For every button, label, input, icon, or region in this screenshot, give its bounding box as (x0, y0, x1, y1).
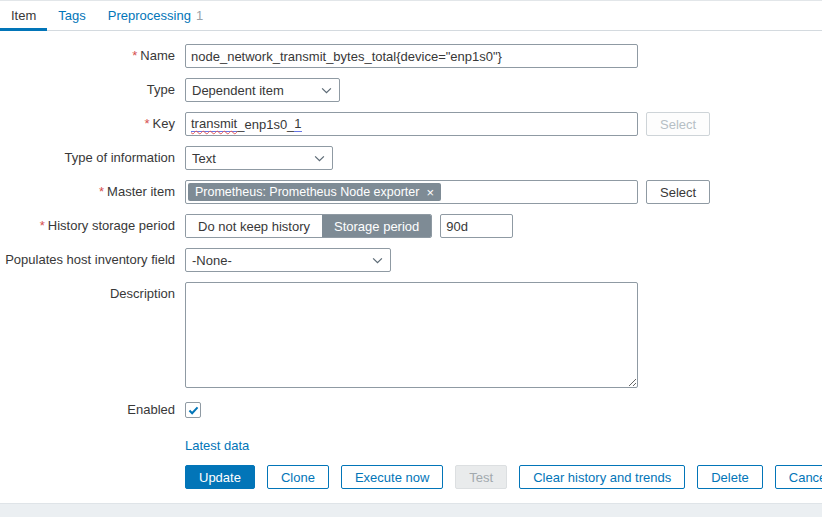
required-asterisk: * (145, 116, 150, 131)
clone-button[interactable]: Clone (267, 465, 329, 489)
type-of-information-row: Type of information Text (0, 146, 822, 170)
type-row: Type Dependent item (0, 78, 822, 102)
tab-item-label: Item (11, 8, 36, 23)
history-period-input[interactable] (440, 214, 513, 238)
required-asterisk: * (99, 184, 104, 199)
delete-button[interactable]: Delete (697, 465, 763, 489)
chevron-down-icon (314, 155, 325, 162)
enabled-row: Enabled (0, 398, 822, 422)
tab-tags-label: Tags (58, 8, 85, 23)
history-mode-segmented-control: Do not keep history Storage period (185, 214, 432, 238)
enabled-label: Enabled (0, 398, 185, 422)
type-of-information-value: Text (192, 151, 216, 166)
type-of-information-label: Type of information (0, 146, 185, 170)
tab-preprocessing[interactable]: Preprocessing 1 (97, 1, 214, 30)
name-label: *Name (0, 44, 185, 68)
latest-data-link[interactable]: Latest data (185, 438, 249, 453)
tab-bar: Item Tags Preprocessing 1 (0, 0, 822, 31)
close-icon[interactable]: × (426, 186, 434, 199)
latest-data-row: Latest data (0, 438, 822, 453)
execute-now-button[interactable]: Execute now (341, 465, 443, 489)
do-not-keep-history-option[interactable]: Do not keep history (186, 215, 322, 237)
tab-tags[interactable]: Tags (47, 1, 96, 30)
key-value-part1: transmit (191, 116, 237, 132)
required-asterisk: * (40, 218, 45, 233)
history-storage-period-row: *History storage period Do not keep hist… (0, 214, 822, 238)
type-of-information-select[interactable]: Text (185, 146, 333, 170)
footer-strip (0, 503, 822, 517)
test-button[interactable]: Test (455, 465, 507, 489)
master-item-multiselect[interactable]: Prometheus: Prometheus Node exporter × (185, 180, 638, 204)
master-item-chip: Prometheus: Prometheus Node exporter × (188, 183, 441, 201)
master-item-select-button[interactable]: Select (646, 180, 710, 204)
description-row: Description (0, 282, 822, 388)
enabled-checkbox[interactable] (185, 402, 201, 418)
host-inventory-select-value: -None- (192, 253, 232, 268)
active-tab-underline (0, 28, 47, 31)
type-label: Type (0, 78, 185, 102)
populates-host-inventory-label: Populates host inventory field (0, 248, 185, 272)
type-select-value: Dependent item (192, 83, 284, 98)
tab-preprocessing-label: Preprocessing (108, 8, 191, 23)
update-button[interactable]: Update (185, 465, 255, 489)
populates-host-inventory-row: Populates host inventory field -None- (0, 248, 822, 272)
key-label: *Key (0, 112, 185, 136)
checkmark-icon (188, 403, 199, 418)
master-item-chip-label: Prometheus: Prometheus Node exporter (195, 185, 419, 199)
type-select[interactable]: Dependent item (185, 78, 340, 102)
description-label: Description (0, 282, 185, 306)
host-inventory-select[interactable]: -None- (185, 248, 391, 272)
tab-item[interactable]: Item (0, 1, 47, 30)
storage-period-option[interactable]: Storage period (322, 215, 431, 237)
required-asterisk: * (132, 48, 137, 63)
key-value-part2: _enp1s0_ (237, 117, 294, 132)
name-row: *Name (0, 44, 822, 68)
chevron-down-icon (321, 87, 332, 94)
master-item-label: *Master item (0, 180, 185, 204)
description-textarea[interactable] (185, 282, 638, 388)
tab-preprocessing-count: 1 (196, 8, 203, 23)
key-row: *Key transmit_enp1s0_1 Select (0, 112, 822, 136)
form-footer-buttons: Update Clone Execute now Test Clear hist… (0, 465, 822, 489)
item-form: *Name Type Dependent item *Key transmit_… (0, 44, 822, 489)
key-select-button[interactable]: Select (646, 112, 710, 136)
name-input[interactable] (185, 44, 638, 68)
cancel-button[interactable]: Cancel (775, 465, 822, 489)
key-input[interactable]: transmit_enp1s0_1 (185, 112, 638, 136)
master-item-row: *Master item Prometheus: Prometheus Node… (0, 180, 822, 204)
key-value-part3: 1 (294, 116, 301, 132)
history-storage-period-label: *History storage period (0, 214, 185, 238)
clear-history-and-trends-button[interactable]: Clear history and trends (519, 465, 685, 489)
chevron-down-icon (372, 257, 383, 264)
